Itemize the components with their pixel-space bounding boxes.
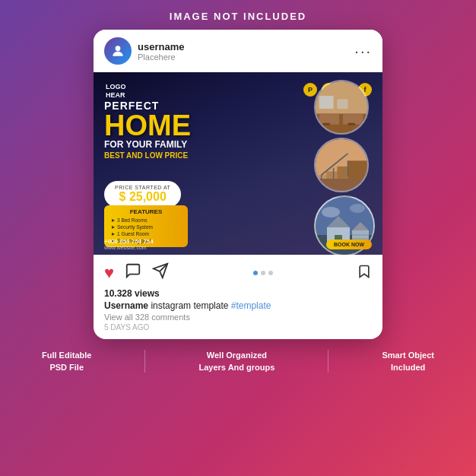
psd-label-line1: Full Editable (42, 350, 91, 360)
ad-text-block: PERFECT HOME For Your Family BEST AND LO… (104, 100, 191, 160)
features-title: FEATURES (112, 208, 180, 215)
dot-2 (261, 271, 265, 275)
post-time: 5 DAYS AGO (94, 323, 382, 339)
actions-left: ♥ (104, 262, 169, 284)
feature-text-1: 3 Bed Rooms (117, 217, 147, 223)
contact-info: +000 859 758 754 www.website.com (104, 238, 154, 250)
layers-label-line1: Well Organized (207, 350, 267, 360)
book-now-button[interactable]: BOOK NOW (326, 240, 372, 249)
home-text: HOME (104, 112, 191, 139)
layers-label-line2: Layers And groups (199, 362, 275, 373)
caption-text: instagram template (151, 300, 230, 311)
price-value: $ 25,000 (115, 190, 170, 204)
svg-rect-8 (348, 123, 355, 125)
divider-2 (328, 350, 328, 373)
svg-rect-13 (337, 167, 347, 179)
comment-button[interactable] (125, 262, 141, 284)
stairs-bg (316, 139, 367, 191)
strip-item-layers: Well Organized Layers And groups (199, 350, 275, 373)
contact-bar: +000 859 758 754 www.website.com BOOK NO… (94, 235, 382, 255)
stairs-image (314, 138, 369, 192)
view-comments-link[interactable]: View all 328 comments (94, 313, 382, 323)
image-not-included-label: IMAGE NOT INCLUDED (0, 0, 476, 30)
caption-username: Username (104, 300, 148, 311)
smart-label-line2: Included (391, 362, 425, 373)
like-button[interactable]: ♥ (104, 263, 114, 283)
place-text: Placehere (138, 52, 184, 62)
divider-1 (144, 350, 145, 373)
instagram-actions: ♥ (94, 255, 382, 288)
svg-rect-6 (337, 100, 347, 109)
strip-item-smart: Smart Object Included (382, 350, 433, 373)
share-button[interactable] (152, 262, 169, 284)
feature-text-2: Security System (117, 224, 153, 230)
feature-item-1: ▸ 3 Bed Rooms (112, 217, 180, 224)
strip-item-psd: Full Editable PSD File (42, 350, 91, 373)
dot-1 (253, 271, 258, 275)
save-button[interactable] (357, 263, 372, 284)
property-images (314, 80, 375, 255)
price-box: PRICE STARTED AT $ 25,000 (104, 181, 181, 208)
svg-rect-14 (348, 160, 368, 179)
instagram-top-bar: username Placehere ··· (94, 30, 382, 72)
caption-hashtag[interactable]: #template (231, 300, 271, 311)
svg-rect-3 (319, 114, 339, 125)
psd-label-line2: PSD File (49, 362, 84, 373)
svg-rect-4 (343, 114, 363, 125)
feature-item-2: ▸ Security System (112, 224, 180, 230)
svg-point-0 (116, 46, 121, 51)
username-block: username Placehere (138, 41, 184, 62)
smart-label-line1: Smart Object (382, 350, 433, 360)
ad-banner: LOGOHEAR P in ○ f PERFECT HOME For Your … (94, 72, 382, 255)
views-count: 10.328 views (94, 288, 382, 300)
bullet-1: ▸ (112, 217, 115, 224)
phone-number: +000 859 758 754 (104, 238, 154, 245)
kitchen-image (314, 80, 369, 135)
svg-rect-10 (316, 179, 367, 191)
username-text: username (138, 41, 184, 52)
carousel-dots (253, 271, 273, 275)
caption: Username instagram template #template (94, 300, 382, 313)
kitchen-bg (316, 81, 367, 133)
price-started-label: PRICE STARTED AT (115, 185, 170, 190)
bullet-2: ▸ (112, 224, 115, 230)
website-url: www.website.com (104, 245, 154, 250)
family-text: For Your Family (104, 139, 191, 150)
svg-point-22 (350, 204, 365, 213)
svg-rect-12 (326, 172, 337, 179)
svg-point-21 (322, 207, 340, 217)
svg-rect-7 (322, 123, 329, 125)
ad-overlay: LOGOHEAR P in ○ f PERFECT HOME For Your … (94, 72, 382, 255)
best-price-text: BEST AND LOW PRICE (104, 151, 191, 160)
bottom-info-strip: Full Editable PSD File Well Organized La… (0, 339, 476, 379)
svg-rect-5 (319, 96, 334, 109)
avatar (104, 37, 132, 65)
instagram-card: username Placehere ··· LOGOHEAR P in ○ f… (94, 30, 382, 339)
user-info: username Placehere (104, 37, 184, 65)
dot-3 (268, 271, 273, 275)
more-options-button[interactable]: ··· (354, 43, 372, 59)
